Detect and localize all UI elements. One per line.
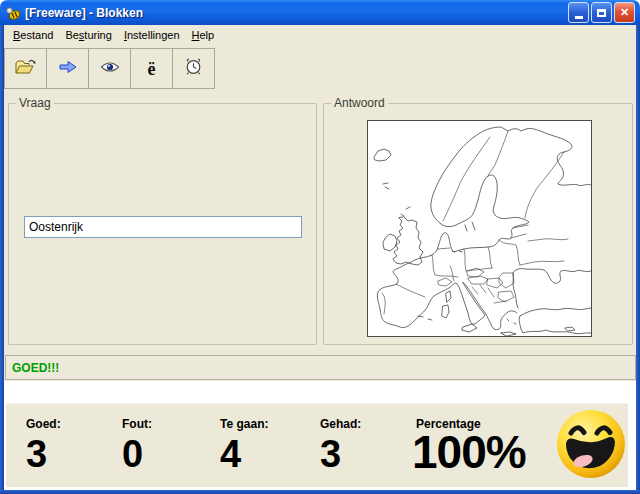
stat-goed: Goed: 3	[26, 417, 61, 473]
stat-fout-value: 0	[122, 435, 152, 473]
special-char-label: ë	[148, 60, 156, 78]
stat-goed-value: 3	[26, 435, 61, 473]
answer-groupbox-title: Antwoord	[331, 96, 388, 110]
stat-goed-label: Goed:	[26, 417, 61, 431]
open-folder-icon	[15, 58, 37, 79]
stats-panel: Goed: 3 Fout: 0 Te gaan: 4 Gehad: 3 Perc…	[6, 403, 628, 487]
question-word-field[interactable]	[24, 216, 302, 238]
title-bar[interactable]: [Freeware] - Blokken ✕	[0, 0, 640, 25]
maximize-button[interactable]	[591, 2, 612, 23]
next-question-button[interactable]	[46, 48, 89, 89]
timer-button[interactable]	[172, 48, 215, 89]
window-border-bottom[interactable]	[0, 490, 640, 494]
menu-item-help[interactable]: Help	[186, 27, 221, 43]
close-button[interactable]: ✕	[614, 2, 635, 23]
menu-item-instellingen[interactable]: Instellingen	[118, 27, 186, 43]
stat-gehad: Gehad: 3	[320, 417, 361, 473]
status-message: GOED!!!	[12, 361, 59, 375]
menu-item-bestand[interactable]: Bestand	[7, 27, 59, 43]
laughing-smiley-icon	[554, 407, 628, 481]
eye-icon	[100, 60, 120, 78]
minimize-icon	[575, 16, 583, 19]
open-file-button[interactable]	[4, 48, 47, 89]
show-answer-button[interactable]	[88, 48, 131, 89]
menu-bar: Bestand Besturing Instellingen Help	[4, 25, 639, 45]
stat-te-gaan: Te gaan: 4	[220, 417, 268, 473]
status-bar: GOED!!!	[5, 355, 636, 380]
stat-te-gaan-value: 4	[220, 435, 268, 473]
toolbar: ë	[4, 45, 636, 91]
app-icon	[5, 5, 21, 21]
stat-fout-label: Fout:	[122, 417, 152, 431]
stat-fout: Fout: 0	[122, 417, 152, 473]
blokken-window: [Freeware] - Blokken ✕ Bestand Besturing…	[0, 0, 640, 494]
minimize-button[interactable]	[568, 2, 589, 23]
stat-gehad-value: 3	[320, 435, 361, 473]
blue-arrow-right-icon	[58, 59, 78, 79]
maximize-icon	[597, 9, 606, 17]
question-groupbox-title: Vraag	[16, 96, 54, 110]
stat-gehad-label: Gehad:	[320, 417, 361, 431]
stat-te-gaan-label: Te gaan:	[220, 417, 268, 431]
window-border-right[interactable]	[636, 25, 640, 494]
window-title: [Freeware] - Blokken	[25, 6, 568, 20]
percentage-value: 100%	[412, 429, 526, 475]
menu-item-besturing[interactable]: Besturing	[59, 27, 118, 43]
special-char-button[interactable]: ë	[130, 48, 173, 89]
alarm-clock-icon	[184, 58, 203, 80]
europe-map[interactable]	[367, 120, 592, 337]
